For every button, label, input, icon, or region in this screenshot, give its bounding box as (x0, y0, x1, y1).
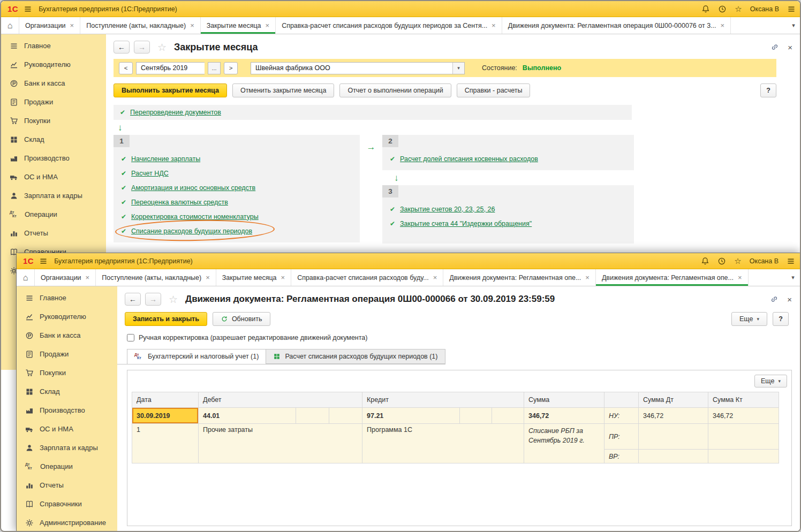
vat-calculation-link[interactable]: Расчет НДС (131, 170, 169, 177)
main-menu-icon[interactable] (24, 5, 32, 13)
sidebar-item-operations[interactable]: ДтКтОперации (17, 457, 117, 476)
vr-sum-dt-cell[interactable] (639, 450, 708, 463)
tab-organizations[interactable]: Организации× (35, 269, 96, 286)
sidebar-item-manager[interactable]: Руководителю (17, 307, 117, 326)
tab-deferred-expenses-register[interactable]: Расчет списания расходов будущих периодо… (266, 349, 445, 364)
credit-account-cell[interactable]: 97.21 (362, 408, 460, 424)
tab-document-movements-1[interactable]: Движения документа: Регламентная опе...× (443, 269, 596, 286)
nu-sum-dt-cell[interactable]: 346,72 (639, 408, 708, 424)
cost-adjustment-link[interactable]: Корректировка стоимости номенклатуры (131, 213, 259, 221)
line-number-cell[interactable]: 1 (132, 424, 199, 463)
sidebar-item-bank-cash[interactable]: Банк и касса (1, 74, 106, 93)
run-month-closing-button[interactable]: Выполнить закрытие месяца (114, 83, 227, 97)
vr-sum-kt-cell[interactable] (708, 450, 779, 463)
sidebar-item-fixed-assets[interactable]: ОС и НМА (17, 420, 117, 438)
favorites-star-icon[interactable]: ☆ (735, 4, 742, 14)
next-period-button[interactable]: > (224, 62, 238, 74)
tab-receipts[interactable]: Поступление (акты, накладные)× (96, 269, 216, 286)
history-clock-icon[interactable] (718, 5, 727, 13)
tab-expense-writeoff-report[interactable]: Справка-расчет списания расходов будущих… (276, 17, 502, 34)
depreciation-link[interactable]: Амортизация и износ основных средств (131, 184, 255, 192)
history-clock-icon[interactable] (717, 257, 726, 265)
tab-organizations[interactable]: Организации× (19, 17, 80, 34)
sidebar-item-hr-payroll[interactable]: Зарплата и кадры (1, 186, 106, 205)
help-button[interactable]: ? (773, 312, 789, 326)
tab-month-closing[interactable]: Закрытие месяца× (216, 269, 291, 286)
close-form-icon[interactable]: × (787, 295, 792, 304)
reposting-documents-link[interactable]: Перепроведение документов (130, 109, 221, 116)
sidebar-item-main[interactable]: Главное (17, 288, 117, 307)
payroll-accrual-link[interactable]: Начисление зарплаты (131, 155, 200, 163)
tab-close-icon[interactable]: × (433, 273, 437, 282)
help-button[interactable]: ? (760, 83, 776, 97)
calculations-references-button[interactable]: Справки - расчеты (457, 83, 531, 97)
nu-label-cell[interactable]: НУ: (604, 408, 639, 424)
period-field[interactable]: Сентябрь 2019 (136, 62, 205, 74)
sidebar-item-purchases[interactable]: Покупки (1, 111, 106, 130)
pr-label-cell[interactable]: ПР: (604, 424, 639, 450)
tab-close-icon[interactable]: × (86, 273, 90, 282)
amount-cell[interactable]: 346,72 (524, 408, 604, 424)
get-link-icon[interactable] (770, 295, 779, 303)
service-menu-icon[interactable] (787, 5, 796, 13)
column-header-debit[interactable]: Дебет (199, 392, 362, 408)
forward-button[interactable]: → (145, 293, 161, 306)
tab-close-icon[interactable]: × (738, 273, 742, 282)
main-menu-icon[interactable] (39, 257, 48, 265)
sidebar-item-production[interactable]: Производство (17, 401, 117, 420)
debit-subconto-cell[interactable]: Прочие затраты (199, 424, 362, 463)
save-and-close-button[interactable]: Записать и закрыть (125, 312, 207, 326)
tab-accounting-register[interactable]: ДтКт Бухгалтерский и налоговый учет (1) (127, 349, 266, 364)
home-tab-button[interactable]: ⌂ (1, 17, 19, 34)
date-cell-selected[interactable]: 30.09.2019 (132, 408, 199, 424)
favorites-star-icon[interactable]: ☆ (734, 256, 741, 266)
pr-sum-kt-cell[interactable] (708, 424, 779, 450)
column-header-date[interactable]: Дата (132, 392, 199, 408)
column-header-tax-kind[interactable] (604, 392, 639, 408)
debit-extra-cell[interactable] (329, 408, 362, 424)
tab-overflow-button[interactable]: ▾ (784, 269, 801, 286)
tab-receipts[interactable]: Поступление (акты, накладные)× (80, 17, 201, 34)
user-menu[interactable]: Оксана В (750, 5, 779, 13)
credit-extra-cell[interactable] (492, 408, 524, 424)
period-picker-button[interactable]: ... (208, 62, 221, 74)
sidebar-item-reports[interactable]: Отчеты (17, 476, 117, 495)
add-favorite-star-icon[interactable]: ☆ (169, 293, 178, 306)
back-button[interactable]: ← (114, 41, 130, 54)
close-accounts-20-23-25-26-link[interactable]: Закрытие счетов 20, 23, 25, 26 (400, 206, 495, 213)
service-menu-icon[interactable] (787, 257, 795, 265)
more-button[interactable]: Еще▾ (731, 312, 767, 326)
back-button[interactable]: ← (125, 293, 141, 306)
debit-account-cell[interactable]: 44.01 (199, 408, 296, 424)
sidebar-item-bank-cash[interactable]: Банк и касса (17, 326, 117, 345)
credit-subconto-cell[interactable]: Программа 1С (362, 424, 524, 463)
sidebar-item-warehouse[interactable]: Склад (1, 130, 106, 149)
sidebar-item-warehouse[interactable]: Склад (17, 382, 117, 401)
close-form-icon[interactable]: × (788, 43, 792, 52)
tab-expense-writeoff-report[interactable]: Справка-расчет списания расходов буду...… (291, 269, 443, 286)
sidebar-item-purchases[interactable]: Покупки (17, 363, 117, 382)
cancel-month-closing-button[interactable]: Отменить закрытие месяца (232, 83, 335, 97)
credit-extra-cell[interactable] (460, 408, 492, 424)
sidebar-item-directories[interactable]: Справочники (17, 495, 117, 513)
home-tab-button[interactable]: ⌂ (17, 269, 35, 286)
column-header-credit[interactable]: Кредит (362, 392, 524, 408)
sidebar-item-administration[interactable]: Администрирование (17, 513, 117, 532)
close-account-44-link[interactable]: Закрытие счета 44 "Издержки обращения" (400, 220, 532, 227)
sidebar-item-reports[interactable]: Отчеты (1, 224, 106, 242)
tab-month-closing[interactable]: Закрытие месяца× (201, 17, 276, 34)
sidebar-item-fixed-assets[interactable]: ОС и НМА (1, 168, 106, 186)
column-header-amount[interactable]: Сумма (524, 392, 604, 408)
tab-close-icon[interactable]: × (190, 21, 194, 29)
sidebar-item-sales[interactable]: Продажи (17, 345, 117, 363)
column-header-sum-dt[interactable]: Сумма Дт (639, 392, 708, 408)
forward-button[interactable]: → (134, 41, 150, 54)
tab-close-icon[interactable]: × (721, 21, 725, 29)
notifications-bell-icon[interactable] (701, 5, 710, 13)
tab-close-icon[interactable]: × (492, 21, 496, 29)
sidebar-item-manager[interactable]: Руководителю (1, 55, 106, 74)
sidebar-item-sales[interactable]: Продажи (1, 93, 106, 111)
previous-period-button[interactable]: < (119, 62, 133, 74)
tab-document-movements-076[interactable]: Движения документа: Регламентная операци… (502, 17, 731, 34)
sidebar-item-main[interactable]: Главное (1, 36, 106, 55)
